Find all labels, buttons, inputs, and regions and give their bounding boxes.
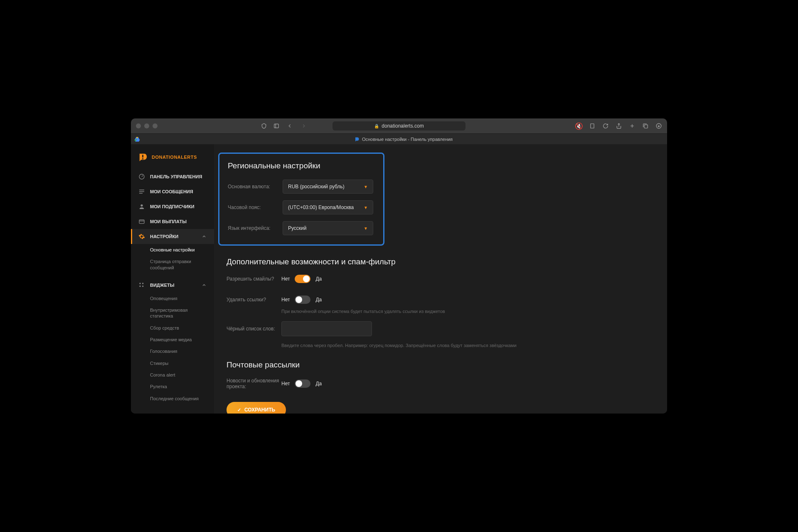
currency-select[interactable]: RUB (российский рубль) ▼: [283, 180, 373, 194]
tabs-icon[interactable]: [642, 123, 649, 129]
sidebar-sub-recent[interactable]: Последние сообщения: [131, 393, 214, 404]
caret-down-icon: ▼: [364, 205, 368, 210]
svg-point-24: [139, 286, 140, 287]
new-tab-icon[interactable]: [629, 123, 635, 129]
reader-icon[interactable]: [589, 123, 596, 129]
messages-icon: [138, 188, 145, 195]
blacklist-label: Чёрный список слов:: [227, 326, 281, 332]
reload-icon[interactable]: [602, 123, 609, 129]
toggle-yes: Да: [315, 276, 322, 282]
traffic-lights: [136, 123, 158, 128]
main-content: Региональные настройки Основная валюта: …: [214, 144, 667, 414]
sidebar-sub-roulette[interactable]: Рулетка: [131, 381, 214, 392]
sidebar-sub-media[interactable]: Размещение медиа: [131, 334, 214, 345]
language-label: Язык интерфейса:: [228, 225, 283, 231]
brand-text: DONATIONALERTS: [152, 155, 197, 160]
forward-button[interactable]: [300, 122, 308, 130]
sidebar-item-subscribers[interactable]: МОИ ПОДПИСЧИКИ: [131, 199, 214, 214]
downloads-icon[interactable]: [655, 123, 662, 129]
sidebar: DONATIONALERTS ПАНЕЛЬ УПРАВЛЕНИЯ МОИ СОО…: [131, 144, 214, 414]
links-toggle[interactable]: [295, 296, 310, 304]
section-title-regional: Региональные настройки: [228, 161, 375, 170]
toggle-no: Нет: [281, 381, 290, 387]
sidebar-sub-main-settings[interactable]: Основные настройки: [131, 244, 214, 256]
news-toggle[interactable]: [295, 379, 310, 388]
caret-down-icon: ▼: [364, 226, 368, 231]
section-title-spam: Дополнительные возможности и спам-фильтр: [227, 257, 655, 266]
maximize-dot[interactable]: [153, 123, 158, 128]
audio-icon[interactable]: 🔇: [576, 123, 582, 129]
gear-icon: [138, 233, 145, 240]
svg-line-15: [142, 175, 143, 177]
sidebar-item-payouts[interactable]: МОИ ВЫПЛАТЫ: [131, 214, 214, 229]
links-label: Удалять ссылки?: [227, 297, 281, 303]
shield-icon[interactable]: [261, 123, 267, 129]
caret-down-icon: ▼: [364, 185, 368, 189]
chat-icon: [138, 413, 145, 414]
share-icon[interactable]: [616, 123, 622, 129]
sidebar-item-label: МОИ СООБЩЕНИЯ: [150, 189, 193, 194]
close-dot[interactable]: [136, 123, 141, 128]
sidebar-item-label: МОИ ПОДПИСЧИКИ: [150, 204, 195, 209]
sidebar-sub-fundraising[interactable]: Сбор средств: [131, 322, 214, 334]
back-button[interactable]: [286, 122, 294, 130]
svg-rect-13: [142, 158, 143, 160]
sidebar-sub-stickers[interactable]: Стикеры: [131, 357, 214, 369]
save-button-label: СОХРАНИТЬ: [244, 407, 275, 413]
sidebar-sub-corona[interactable]: Corona alert: [131, 369, 214, 381]
tab-title[interactable]: Основные настройки - Панель управления: [355, 137, 453, 142]
mail-section: Почтовые рассылки Новости и обновления п…: [227, 360, 655, 389]
grid-icon: [138, 282, 145, 288]
user-icon: [138, 203, 145, 210]
svg-rect-0: [274, 124, 279, 128]
blacklist-input[interactable]: [281, 321, 372, 336]
sidebar-item-label: НАСТРОЙКИ: [150, 234, 178, 239]
smileys-toggle[interactable]: [295, 275, 310, 283]
svg-point-23: [142, 283, 143, 284]
sidebar-item-widgets[interactable]: ВИДЖЕТЫ: [131, 278, 214, 293]
sidebar-item-chatbot[interactable]: ЧАТБОТ: [131, 409, 214, 414]
sidebar-item-settings[interactable]: НАСТРОЙКИ: [131, 229, 214, 244]
save-button[interactable]: ✓ СОХРАНИТЬ: [227, 402, 286, 414]
svg-rect-20: [139, 220, 144, 224]
drive-icon: [134, 136, 140, 142]
brand[interactable]: DONATIONALERTS: [131, 149, 214, 169]
timezone-select[interactable]: (UTC+03:00) Европа/Москва ▼: [283, 200, 373, 214]
sidebar-item-label: ВИДЖЕТЫ: [150, 283, 174, 288]
svg-point-19: [140, 204, 143, 207]
sidebar-sub-polls[interactable]: Голосования: [131, 345, 214, 357]
toggle-yes: Да: [315, 297, 322, 303]
url-text: donationalerts.com: [382, 123, 424, 129]
spam-section: Дополнительные возможности и спам-фильтр…: [227, 257, 655, 348]
minimize-dot[interactable]: [144, 123, 149, 128]
sidebar-toggle-icon[interactable]: [273, 123, 280, 129]
timezone-label: Часовой пояс:: [228, 204, 283, 210]
browser-window: 🔒 donationalerts.com 🔇 Основные настройк…: [131, 118, 667, 414]
tab-bar: Основные настройки - Панель управления: [131, 133, 667, 144]
sidebar-item-messages[interactable]: МОИ СООБЩЕНИЯ: [131, 184, 214, 199]
language-select[interactable]: Русский ▼: [283, 221, 373, 235]
svg-rect-12: [142, 155, 143, 158]
smileys-label: Разрешить смайлы?: [227, 276, 281, 282]
site-favicon: [355, 137, 360, 142]
sidebar-sub-stats[interactable]: Внутристримовая статистика: [131, 304, 214, 322]
url-bar[interactable]: 🔒 donationalerts.com: [332, 121, 466, 131]
toggle-yes: Да: [315, 381, 322, 387]
check-icon: ✓: [237, 407, 241, 413]
section-title-mail: Почтовые рассылки: [227, 360, 655, 369]
sidebar-sub-donation-page[interactable]: Страница отправки сообщений: [131, 256, 214, 273]
currency-label: Основная валюта:: [228, 184, 283, 190]
sidebar-item-label: ПАНЕЛЬ УПРАВЛЕНИЯ: [150, 174, 202, 179]
select-value: (UTC+03:00) Европа/Москва: [288, 204, 354, 210]
select-value: Русский: [288, 225, 307, 231]
lock-icon: 🔒: [374, 124, 379, 128]
toggle-no: Нет: [281, 276, 290, 282]
sidebar-sub-alerts[interactable]: Оповещения: [131, 293, 214, 304]
toggle-no: Нет: [281, 297, 290, 303]
sidebar-item-dashboard[interactable]: ПАНЕЛЬ УПРАВЛЕНИЯ: [131, 169, 214, 184]
news-label: Новости и обновления проекта:: [227, 378, 281, 389]
select-value: RUB (российский рубль): [288, 184, 345, 190]
brand-logo-icon: [138, 153, 148, 162]
svg-rect-6: [644, 125, 648, 128]
dashboard-icon: [138, 173, 145, 180]
